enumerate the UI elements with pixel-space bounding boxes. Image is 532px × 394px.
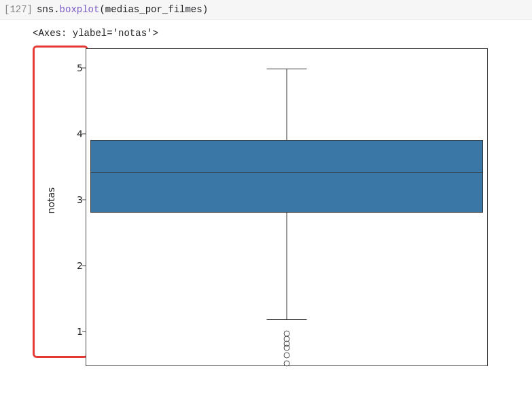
y-tick-label: 4 <box>69 128 83 139</box>
whisker-upper <box>287 69 287 140</box>
code-row: [127] sns.boxplot(medias_por_filmes) <box>0 0 532 20</box>
code-token-close-paren: ) <box>202 4 208 15</box>
y-tick-label: 5 <box>69 62 83 73</box>
median-line <box>90 172 483 173</box>
notebook-cell: [127] sns.boxplot(medias_por_filmes) <Ax… <box>0 0 532 377</box>
code-token-open-paren: ( <box>99 4 105 15</box>
code-token-func: boxplot <box>60 4 100 15</box>
box-rect <box>90 140 483 213</box>
code-token-module: sns. <box>37 4 60 15</box>
y-tick-label: 3 <box>69 194 83 205</box>
execution-count: [127] <box>0 3 37 16</box>
plot-frame <box>86 48 488 366</box>
code-token-arg: medias_por_filmes <box>105 4 202 15</box>
y-tick-label: 1 <box>69 326 83 337</box>
outlier-point <box>284 353 290 359</box>
output-repr-text: <Axes: ylabel='notas'> <box>33 26 532 40</box>
code-input[interactable]: sns.boxplot(medias_por_filmes) <box>37 3 532 16</box>
whisker-cap-lower <box>267 319 307 320</box>
y-axis-label: notas <box>46 187 56 214</box>
y-tick-label: 2 <box>69 260 83 271</box>
chart-container: notas 12345 <box>33 44 501 377</box>
outlier-point <box>284 344 290 351</box>
whisker-cap-upper <box>267 69 307 69</box>
output-area: <Axes: ylabel='notas'> notas 12345 <box>33 26 532 377</box>
output-row: <Axes: ylabel='notas'> notas 12345 <box>0 20 532 377</box>
whisker-lower <box>287 213 287 319</box>
outlier-point <box>284 361 290 367</box>
